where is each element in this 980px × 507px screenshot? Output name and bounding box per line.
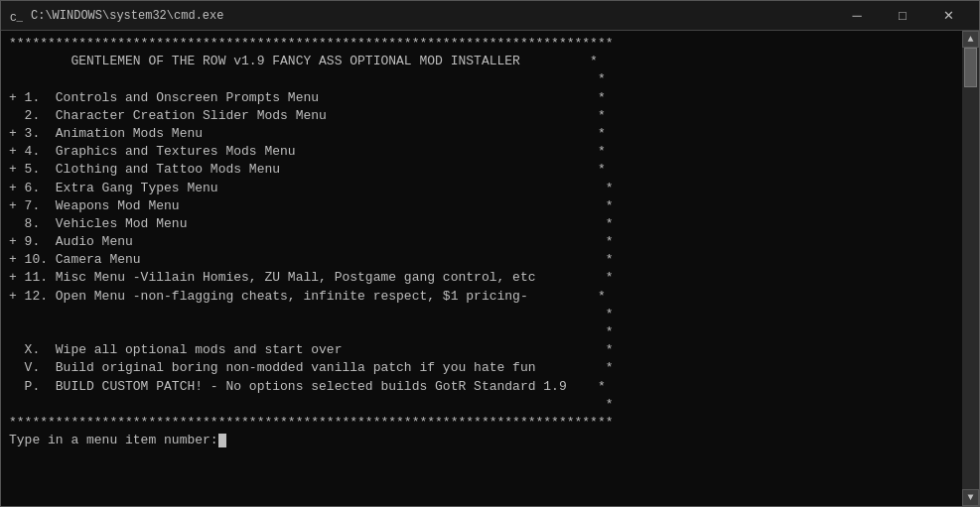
maximize-button[interactable]: □	[880, 1, 925, 31]
content-area: ****************************************…	[1, 31, 979, 506]
menu-item-3: + 3. Animation Mods Menu *	[9, 125, 954, 143]
blank-2: *	[9, 306, 954, 323]
title-bar-left: C_ C:\WINDOWS\system32\cmd.exe	[9, 9, 223, 23]
cmd-window: C_ C:\WINDOWS\system32\cmd.exe ─ □ ✕ ***…	[0, 0, 980, 507]
menu-item-12: + 12. Open Menu -non-flagging cheats, in…	[9, 288, 954, 306]
scroll-down-button[interactable]: ▼	[962, 489, 979, 506]
prompt-line: Type in a menu item number:	[9, 432, 954, 449]
header-line: GENTLEMEN OF THE ROW v1.9 FANCY ASS OPTI…	[9, 53, 954, 70]
blank-3: *	[9, 323, 954, 341]
close-button[interactable]: ✕	[925, 1, 971, 31]
title-bar-controls: ─ □ ✕	[834, 1, 971, 31]
title-bar: C_ C:\WINDOWS\system32\cmd.exe ─ □ ✕	[1, 1, 979, 31]
cursor	[218, 434, 226, 447]
menu-item-4: + 4. Graphics and Textures Mods Menu *	[9, 143, 954, 161]
scrollbar[interactable]: ▲ ▼	[962, 31, 979, 506]
cmd-icon: C_	[9, 9, 23, 23]
menu-item-8: 8. Vehicles Mod Menu *	[9, 215, 954, 233]
menu-item-7: + 7. Weapons Mod Menu *	[9, 197, 954, 215]
border-bottom: ****************************************…	[9, 414, 954, 432]
menu-item-5: + 5. Clothing and Tattoo Mods Menu *	[9, 161, 954, 179]
menu-item-10: + 10. Camera Menu *	[9, 251, 954, 269]
scroll-up-button[interactable]: ▲	[962, 31, 979, 48]
prompt-text: Type in a menu item number:	[9, 432, 218, 449]
minimize-button[interactable]: ─	[834, 1, 880, 31]
menu-item-6: + 6. Extra Gang Types Menu *	[9, 180, 954, 197]
svg-text:C_: C_	[10, 12, 23, 23]
menu-item-9: + 9. Audio Menu *	[9, 233, 954, 251]
scroll-track[interactable]	[962, 48, 979, 489]
option-p: P. BUILD CUSTOM PATCH! - No options sele…	[9, 378, 954, 396]
border-top: ****************************************…	[9, 35, 954, 53]
title-text: C:\WINDOWS\system32\cmd.exe	[31, 9, 223, 23]
option-x: X. Wipe all optional mods and start over…	[9, 341, 954, 359]
menu-item-2: 2. Character Creation Slider Mods Menu *	[9, 107, 954, 125]
option-v: V. Build original boring non-modded vani…	[9, 359, 954, 377]
menu-item-1: + 1. Controls and Onscreen Prompts Menu …	[9, 89, 954, 107]
terminal[interactable]: ****************************************…	[1, 31, 962, 506]
menu-item-11: + 11. Misc Menu -Villain Homies, ZU Mall…	[9, 269, 954, 287]
blank-4: *	[9, 396, 954, 414]
blank-1: *	[9, 70, 954, 88]
scroll-thumb[interactable]	[964, 48, 977, 87]
